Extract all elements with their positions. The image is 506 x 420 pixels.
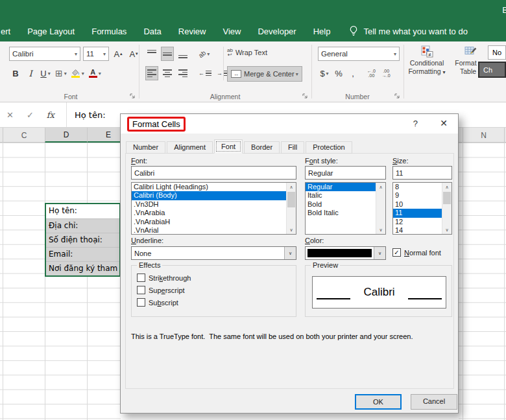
size-input[interactable]: 11: [392, 166, 452, 180]
scroll-up-icon[interactable]: ∧: [376, 183, 385, 191]
tab-review[interactable]: Review: [170, 27, 215, 36]
tab-view[interactable]: View: [214, 27, 249, 36]
cell-noi-dang-ky[interactable]: Nơi đăng ký tham: [46, 261, 119, 275]
align-right-button[interactable]: [176, 66, 189, 80]
cell-dia-chi[interactable]: Địa chỉ:: [46, 218, 119, 233]
tab-protection[interactable]: Protection: [306, 141, 352, 154]
font-size-combo[interactable]: 11 ▾: [83, 47, 109, 61]
ok-button[interactable]: OK: [355, 394, 402, 410]
chevron-down-icon[interactable]: ▾: [326, 71, 329, 76]
tab-border[interactable]: Border: [244, 141, 280, 154]
cell-ho-ten[interactable]: Họ tên:: [46, 204, 119, 218]
scroll-up-icon[interactable]: ∧: [287, 183, 296, 191]
scroll-down-icon[interactable]: ∨: [376, 226, 385, 234]
grid-left[interactable]: [0, 143, 121, 420]
font-list-scrollbar[interactable]: ∧ ∨: [286, 183, 296, 234]
chevron-down-icon[interactable]: ▾: [48, 71, 51, 76]
tab-help[interactable]: Help: [305, 27, 339, 36]
wrap-text-button[interactable]: ab↩ Wrap Text: [227, 48, 267, 57]
tell-me-box[interactable]: Tell me what you want to do: [349, 25, 467, 37]
comma-style-button[interactable]: ,: [346, 66, 359, 80]
align-left-button[interactable]: [145, 66, 158, 80]
number-dialog-launcher[interactable]: [394, 93, 400, 99]
font-style-input[interactable]: Regular: [305, 166, 386, 180]
underline-select[interactable]: None ∨: [131, 246, 296, 260]
font-color-button[interactable]: A ▾: [88, 66, 102, 80]
font-style-scrollbar[interactable]: ∧ ∨: [376, 183, 385, 234]
font-list-item[interactable]: .VnArial: [132, 226, 296, 235]
font-list-item[interactable]: Calibri Light (Headings): [132, 183, 296, 191]
chevron-down-icon[interactable]: ∨: [284, 247, 296, 259]
decrease-font-size-button[interactable]: A▾: [127, 47, 140, 61]
subscript-checkbox[interactable]: Subscript: [137, 298, 178, 307]
color-select[interactable]: ∨: [305, 246, 386, 260]
scroll-down-icon[interactable]: ∨: [442, 226, 452, 234]
cell-style-check-cell[interactable]: Ch: [478, 62, 506, 78]
style-list-item[interactable]: Bold: [306, 200, 385, 209]
font-list-item-selected[interactable]: Calibri (Body): [132, 191, 296, 200]
chevron-down-icon[interactable]: ▾: [391, 51, 396, 57]
bottom-align-button[interactable]: [176, 47, 189, 61]
chevron-down-icon[interactable]: ∨: [374, 247, 385, 259]
percent-style-button[interactable]: %: [332, 66, 345, 80]
scroll-down-icon[interactable]: ∨: [287, 226, 296, 234]
formula-input[interactable]: Họ tên:: [75, 110, 106, 120]
font-name-combo[interactable]: Calibri ▾: [9, 47, 80, 61]
tab-alignment[interactable]: Alignment: [167, 141, 213, 154]
cancel-icon[interactable]: ✕: [6, 110, 14, 120]
enter-icon[interactable]: ✓: [27, 110, 34, 120]
cell-style-normal[interactable]: No: [488, 45, 506, 60]
insert-function-icon[interactable]: fx: [47, 110, 54, 120]
middle-align-button[interactable]: [161, 47, 174, 61]
style-list-item[interactable]: Bold Italic: [306, 209, 385, 217]
normal-font-checkbox[interactable]: ✓ Normal font: [392, 248, 441, 257]
tab-formulas[interactable]: Formulas: [83, 27, 135, 36]
font-list[interactable]: Calibri Light (Headings) Calibri (Body) …: [131, 182, 296, 235]
font-list-item[interactable]: .Vn3DH: [132, 200, 296, 209]
column-header-n[interactable]: N: [463, 128, 504, 143]
decrease-indent-button[interactable]: ←: [197, 66, 213, 80]
accounting-format-button[interactable]: $▾: [318, 66, 331, 80]
font-style-list[interactable]: Regular Italic Bold Bold Italic ∧ ∨: [305, 182, 386, 235]
chevron-down-icon[interactable]: ▾: [72, 51, 77, 57]
chevron-down-icon[interactable]: ▾: [99, 71, 101, 76]
cancel-button[interactable]: Cancel: [411, 394, 457, 410]
merge-center-button[interactable]: ↔ Merge & Center ▾: [227, 66, 302, 82]
help-button[interactable]: ?: [413, 119, 418, 128]
style-list-item-selected[interactable]: Regular: [306, 183, 385, 191]
size-list-scrollbar[interactable]: ∧ ∨: [442, 183, 452, 234]
tab-page-layout[interactable]: Page Layout: [19, 27, 83, 36]
account-initial[interactable]: B: [502, 5, 506, 15]
size-list[interactable]: 8 9 10 11 12 14 ∧ ∨: [392, 182, 452, 235]
font-input[interactable]: Calibri: [131, 166, 296, 180]
chevron-down-icon[interactable]: ▾: [64, 71, 67, 76]
selected-range[interactable]: Họ tên: Địa chỉ: Số điện thoại: Email: N…: [45, 203, 121, 277]
chevron-down-icon[interactable]: ▾: [296, 71, 298, 77]
italic-button[interactable]: I: [24, 66, 37, 80]
conditional-formatting-button[interactable]: ≠ Conditional Formatting ▾: [405, 45, 449, 76]
strikethrough-checkbox[interactable]: Strikethrough: [137, 274, 191, 282]
increase-decimal-button[interactable]: ←.0.00: [365, 69, 378, 78]
font-list-item[interactable]: .VnArabiaH: [132, 218, 296, 226]
column-header-d[interactable]: D: [45, 128, 87, 143]
orientation-button[interactable]: ab▾: [197, 47, 211, 61]
decrease-decimal-button[interactable]: .00→.0: [380, 69, 393, 78]
superscript-checkbox[interactable]: Superscript: [137, 286, 185, 294]
fill-color-button[interactable]: ▾: [70, 66, 86, 80]
chevron-down-icon[interactable]: ▾: [207, 51, 210, 57]
tab-font[interactable]: Font: [214, 139, 243, 154]
scrollbar-thumb[interactable]: [443, 192, 451, 204]
style-list-item[interactable]: Italic: [306, 191, 385, 200]
tab-number[interactable]: Number: [126, 141, 165, 154]
chevron-down-icon[interactable]: ▾: [82, 71, 84, 76]
increase-font-size-button[interactable]: A▴: [112, 47, 125, 61]
alignment-dialog-launcher[interactable]: [302, 93, 308, 99]
font-dialog-launcher[interactable]: [130, 93, 136, 99]
font-list-item[interactable]: .VnArabia: [132, 209, 296, 217]
close-icon[interactable]: ✕: [440, 118, 448, 128]
tab-insert-partial[interactable]: ert: [0, 27, 19, 36]
align-center-button[interactable]: [161, 66, 174, 80]
top-align-button[interactable]: [145, 47, 158, 61]
column-header-c[interactable]: C: [3, 128, 45, 143]
bold-button[interactable]: B: [9, 66, 22, 80]
